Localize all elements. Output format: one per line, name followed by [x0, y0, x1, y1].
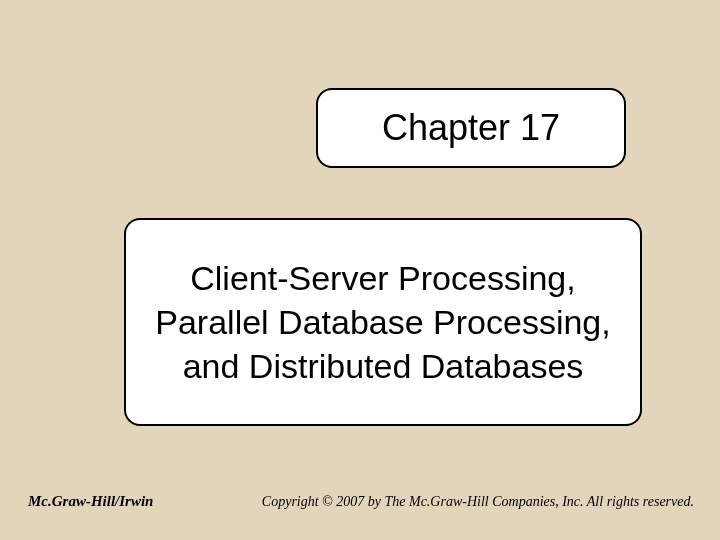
- chapter-title-box: Chapter 17: [316, 88, 626, 168]
- subtitle-text: Client-Server Processing, Parallel Datab…: [146, 256, 620, 389]
- copyright-label: Copyright © 2007 by The Mc.Graw-Hill Com…: [262, 494, 694, 510]
- subtitle-box: Client-Server Processing, Parallel Datab…: [124, 218, 642, 426]
- chapter-title-text: Chapter 17: [382, 107, 560, 149]
- publisher-label: Mc.Graw-Hill/Irwin: [28, 493, 153, 510]
